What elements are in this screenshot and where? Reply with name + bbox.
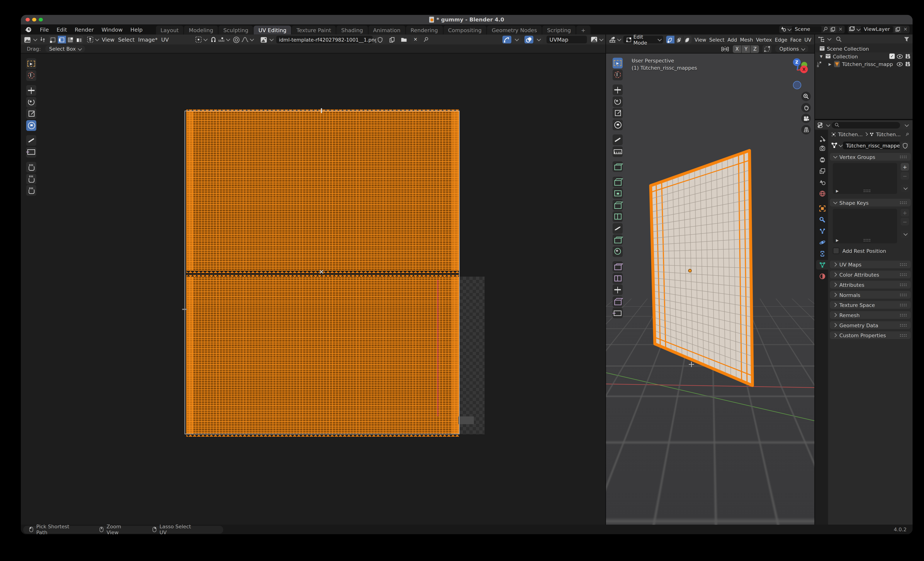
shape-key-remove-button[interactable]: − <box>901 218 909 225</box>
hide-eye-icon[interactable] <box>897 54 903 58</box>
properties-pin-icon[interactable] <box>906 131 909 137</box>
panel-grip-icon[interactable] <box>899 303 907 306</box>
panel-grip-icon[interactable] <box>899 283 907 286</box>
uv-sync-selection-icon[interactable] <box>40 36 45 43</box>
vp-menu-face[interactable]: Face <box>790 37 801 42</box>
vp-menu-edge[interactable]: Edge <box>775 37 787 42</box>
image-name-field[interactable]: idml-template-rf42027982-1001__1.png <box>276 36 372 44</box>
image-fake-user-button[interactable] <box>376 36 384 44</box>
properties-editor-chevron-icon[interactable] <box>826 122 830 127</box>
tool-shrink-fatten-button[interactable] <box>613 284 623 295</box>
section-uv-maps[interactable]: UV Maps <box>830 261 911 268</box>
outliner-editor-icon[interactable] <box>818 36 824 42</box>
vp-menu-view[interactable]: View <box>694 37 706 42</box>
panel-grip-icon[interactable] <box>899 263 907 266</box>
outliner-filter-icon[interactable] <box>904 36 910 42</box>
uv-proportional-edit-selector[interactable] <box>232 36 253 43</box>
tab-uv-editing[interactable]: UV Editing <box>254 26 291 34</box>
tool-knife-button[interactable] <box>613 223 623 234</box>
tool-spin-button[interactable] <box>613 246 623 256</box>
mode-dropdown[interactable]: Edit Mode <box>623 36 663 44</box>
shape-keys-panel-header[interactable]: Shape Keys <box>830 199 911 206</box>
vp-menu-mesh[interactable]: Mesh <box>740 37 753 42</box>
uv-canvas[interactable]: ✕ ▶ <box>21 54 605 525</box>
gizmo-minus-y-ball[interactable] <box>793 81 801 89</box>
viewlayer-icon[interactable] <box>849 26 855 32</box>
tool-add-cube-button[interactable] <box>613 161 623 172</box>
vertex-groups-list[interactable]: ▶ <box>833 163 897 194</box>
overlays-icon-button[interactable] <box>525 36 533 44</box>
face-mode-button[interactable] <box>684 36 692 44</box>
mesh-fake-user-button[interactable] <box>901 141 910 149</box>
drag-tool-dropdown[interactable]: Select Box <box>45 45 85 52</box>
mirror-x-button[interactable]: X <box>733 45 741 52</box>
vertex-mode-button[interactable] <box>666 36 674 44</box>
mesh-data-id-icon[interactable] <box>831 142 837 148</box>
properties-tab-modifiers[interactable] <box>816 215 828 224</box>
tool-annotate-button[interactable] <box>613 135 623 145</box>
section-attributes[interactable]: Attributes <box>830 281 911 289</box>
vertex-group-remove-button[interactable]: − <box>901 172 909 180</box>
properties-editor-icon[interactable] <box>818 122 824 128</box>
mesh-object-bag[interactable] <box>642 143 761 399</box>
tab-compositing[interactable]: Compositing <box>443 26 486 34</box>
navigation-gizmo[interactable]: Z X <box>784 56 814 145</box>
scene-icon[interactable] <box>780 26 786 32</box>
mirror-butterfly-icon[interactable] <box>721 45 729 52</box>
tool-cursor-button[interactable] <box>26 70 36 81</box>
properties-tab-tool[interactable] <box>816 134 828 143</box>
pin-icon[interactable] <box>823 26 828 32</box>
properties-tab-world[interactable] <box>816 189 828 198</box>
uv-menu-image[interactable]: Image* <box>138 37 158 42</box>
outliner-search-icon[interactable] <box>836 36 842 42</box>
panel-grip-icon[interactable] <box>899 293 907 296</box>
uv-island-top[interactable] <box>186 111 459 271</box>
toggle-perspective-button[interactable] <box>801 125 811 135</box>
display-channels-selector[interactable] <box>590 36 602 43</box>
scene-unlink-button[interactable]: ✕ <box>837 26 843 32</box>
viewlayer-remove-button[interactable]: ✕ <box>902 26 908 32</box>
shape-keys-list[interactable]: ▶ <box>833 209 897 243</box>
menu-render[interactable]: Render <box>75 26 94 32</box>
tool-smooth-button[interactable] <box>613 261 623 272</box>
tool-measure-button[interactable] <box>613 146 623 157</box>
viewport-canvas[interactable]: User Perspective (1) Tütchen_rissc_mappe… <box>606 54 814 525</box>
tool-poly-build-button[interactable] <box>613 234 623 245</box>
tab-animation[interactable]: Animation <box>368 26 405 34</box>
properties-tab-object-data[interactable] <box>816 260 828 270</box>
panel-grip-icon[interactable] <box>899 273 907 276</box>
tab-add-workspace[interactable]: + <box>576 26 590 34</box>
uv-island-bottom[interactable] <box>186 277 459 434</box>
properties-tab-view-layer[interactable] <box>816 166 828 176</box>
tab-texture-paint[interactable]: Texture Paint <box>292 26 336 34</box>
mirror-y-button[interactable]: Y <box>742 45 750 52</box>
tool-rip-region-button[interactable] <box>613 308 623 318</box>
uv-select-vertex-button[interactable] <box>49 36 57 44</box>
properties-tab-physics[interactable] <box>816 237 828 247</box>
panel-grip-icon[interactable] <box>899 201 907 204</box>
panel-grip-icon[interactable] <box>899 155 907 158</box>
blender-logo-icon[interactable] <box>24 26 32 33</box>
outliner-editor-chevron-icon[interactable] <box>827 36 832 40</box>
tool-tweak-button[interactable]: ▶ <box>613 58 623 68</box>
vp-menu-uv[interactable]: UV <box>804 37 812 42</box>
tab-shading[interactable]: Shading <box>336 26 368 34</box>
properties-tab-constraints[interactable] <box>816 249 828 258</box>
gizmo-z-axis-ball[interactable]: Z <box>793 58 801 66</box>
panel-grip-icon[interactable] <box>899 324 907 327</box>
section-normals[interactable]: Normals <box>830 291 911 298</box>
uv-select-edge-button[interactable] <box>58 36 66 44</box>
menu-edit[interactable]: Edit <box>57 26 67 32</box>
tool-transform-button[interactable] <box>26 120 36 130</box>
menu-file[interactable]: File <box>40 26 49 32</box>
gizmos-chevron-button[interactable] <box>512 36 521 44</box>
uv-menu-view[interactable]: View <box>102 37 115 42</box>
uv-map-field[interactable]: UVMap <box>546 36 587 44</box>
tool-extrude-region-button[interactable] <box>613 177 623 187</box>
mesh-id-chevron-icon[interactable] <box>838 143 843 147</box>
properties-tab-render[interactable] <box>816 143 828 153</box>
section-remesh[interactable]: Remesh <box>830 311 911 319</box>
section-texture-space[interactable]: Texture Space <box>830 301 911 309</box>
list-filter-triangle-icon[interactable]: ▶ <box>835 189 839 193</box>
breadcrumb-object-name[interactable]: Tütchen... <box>838 131 862 137</box>
